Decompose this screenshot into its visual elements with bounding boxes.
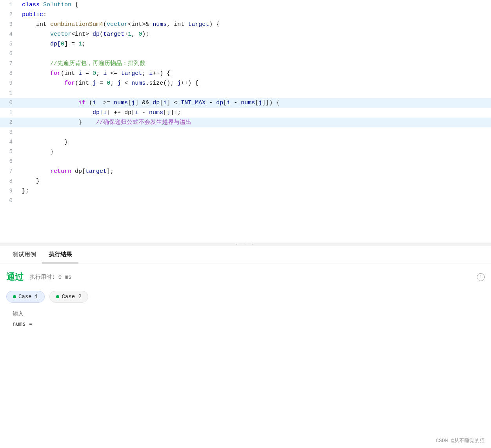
watermark: CSDN @从不睡觉的猫	[436, 437, 485, 444]
table-row: 0 if (i >= nums[j] && dp[i] < INT_MAX - …	[0, 98, 491, 108]
result-area: 通过 执行用时: 0 ms i Case 1Case 2 输入 nums =	[0, 263, 491, 335]
code-token	[22, 80, 64, 87]
case-buttons: Case 1Case 2	[6, 291, 485, 303]
code-token: ) {	[209, 21, 220, 28]
code-token: ]]) {	[262, 100, 280, 106]
line-number: 1	[0, 108, 19, 118]
code-token: j	[131, 100, 135, 106]
code-token: 0	[61, 41, 64, 47]
line-code: int combinationSum4(vector<int>& nums, i…	[19, 20, 491, 29]
line-number: 7	[0, 167, 19, 176]
code-token	[22, 70, 50, 77]
code-token: i	[93, 100, 96, 106]
case-button[interactable]: Case 1	[6, 291, 45, 303]
code-token: i	[103, 70, 107, 77]
code-token: {	[71, 2, 78, 8]
code-token: INT_MAX	[181, 100, 205, 106]
code-token: public	[22, 11, 43, 18]
line-number: 5	[0, 39, 19, 49]
code-token: =	[96, 80, 107, 87]
code-token: nums	[114, 100, 128, 106]
code-token: 0	[93, 70, 96, 77]
line-number: 0	[0, 196, 19, 206]
result-status-row: 通过 执行用时: 0 ms i	[6, 271, 485, 283]
table-row: 4 vector<int> dp(target+1, 0);	[0, 29, 491, 39]
code-token: <	[121, 80, 131, 87]
line-number: 3	[0, 127, 19, 137]
line-code: public:	[19, 10, 491, 20]
line-number: 5	[0, 147, 19, 157]
line-number: 1	[0, 88, 19, 98]
line-code: for(int i = 0; i <= target; i++) {	[19, 69, 491, 78]
code-token: i	[78, 70, 82, 77]
line-number: 2	[0, 118, 19, 127]
code-table: 1class Solution {2public:3 int combinati…	[0, 0, 491, 206]
code-token: ;	[110, 80, 117, 87]
line-number: 7	[0, 59, 19, 69]
code-token: >&	[142, 21, 153, 28]
code-token: <	[71, 31, 75, 38]
table-row: 1	[0, 88, 491, 98]
drag-dots-icon: · · ·	[235, 242, 255, 247]
line-code: vector<int> dp(target+1, 0);	[19, 29, 491, 39]
line-number: 9	[0, 186, 19, 196]
line-code	[19, 49, 491, 59]
code-token: dp[	[71, 168, 85, 175]
code-token: (	[103, 21, 107, 28]
drag-handle[interactable]: · · ·	[0, 243, 491, 246]
code-token: dp	[93, 31, 100, 38]
table-row: 7 return dp[target];	[0, 167, 491, 176]
code-token: int	[131, 21, 142, 28]
code-token: nums	[153, 21, 167, 28]
line-code: return dp[target];	[19, 167, 491, 176]
code-token: (	[85, 100, 93, 106]
code-token: -	[205, 100, 216, 106]
line-code	[19, 127, 491, 137]
code-token: >=	[96, 100, 114, 106]
line-code	[19, 88, 491, 98]
table-row: 1class Solution {	[0, 0, 491, 10]
code-token: vector	[50, 31, 71, 38]
code-token: return	[50, 168, 71, 175]
line-code: dp[0] = 1;	[19, 39, 491, 49]
code-token: ,	[167, 21, 174, 28]
code-token: }	[22, 139, 68, 145]
line-code: }	[19, 147, 491, 157]
code-token: for	[50, 70, 61, 77]
table-row: 2public:	[0, 10, 491, 20]
case-button[interactable]: Case 2	[49, 291, 88, 303]
code-token: ++) {	[153, 70, 170, 77]
line-code: dp[i] += dp[i - nums[j]];	[19, 108, 491, 118]
code-token: j	[177, 80, 181, 87]
table-row: 5 }	[0, 147, 491, 157]
code-token: >	[85, 31, 93, 38]
code-token: dp	[153, 100, 160, 106]
code-token: for	[64, 80, 75, 87]
line-number: 8	[0, 69, 19, 78]
code-token: [	[223, 100, 227, 106]
code-token: ,	[131, 31, 138, 38]
code-token: target	[85, 168, 107, 175]
line-number: 8	[0, 176, 19, 186]
tab-exec-result[interactable]: 执行结果	[42, 246, 78, 263]
line-number: 4	[0, 137, 19, 147]
code-token: +	[124, 31, 128, 38]
bottom-panel: 测试用例 执行结果 通过 执行用时: 0 ms i Case 1Case 2 输…	[0, 246, 491, 335]
code-token: i	[103, 109, 107, 116]
line-code: }	[19, 176, 491, 186]
code-token: (	[75, 80, 78, 87]
tab-test-case[interactable]: 测试用例	[6, 246, 42, 263]
line-number: 9	[0, 78, 19, 88]
info-icon[interactable]: i	[477, 273, 485, 281]
code-token: j	[93, 80, 96, 87]
line-number: 3	[0, 20, 19, 29]
table-row: 9 for(int j = 0; j < nums.size(); j++) {	[0, 78, 491, 88]
code-token: };	[22, 188, 29, 194]
code-token: 0	[138, 31, 142, 38]
code-token: -	[230, 100, 241, 106]
line-code: class Solution {	[19, 0, 491, 10]
line-code	[19, 196, 491, 206]
case-dot-icon	[13, 295, 16, 298]
code-token: j	[117, 80, 121, 87]
line-number: 0	[0, 98, 19, 108]
